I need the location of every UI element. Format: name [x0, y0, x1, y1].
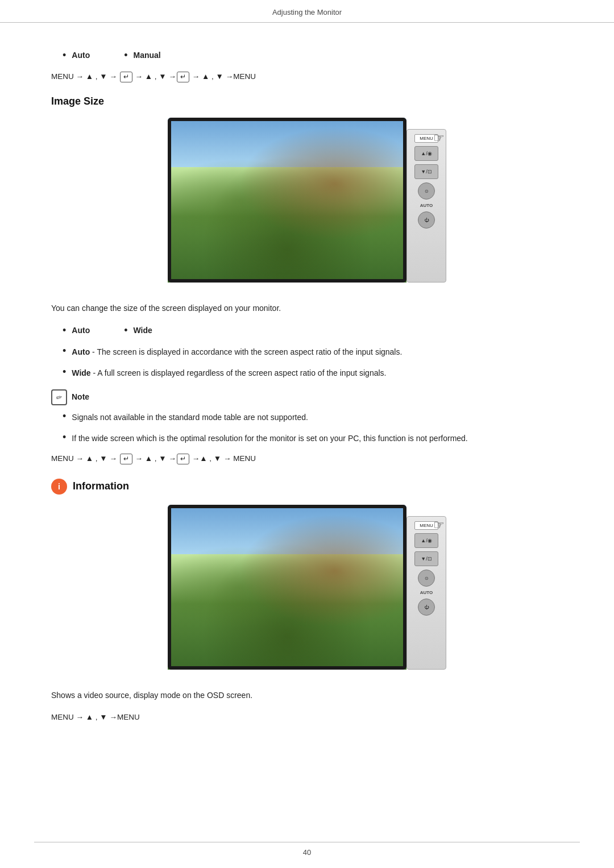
monitor-image-2-wrap: ☞ MENU ▲/◉ ▼/⊡ ⊙ AUTO ⏻: [51, 505, 563, 675]
monitor-image-1-wrap: ☞ MENU ▲/◉ ▼/⊡ ⊙ AUTO ⏻: [51, 118, 563, 288]
remote-circle-1: ⊙: [418, 182, 435, 200]
note-box: ✏ Note: [51, 391, 563, 405]
auto-wide-bullet-row: • Auto • Wide: [63, 325, 563, 335]
bullet-auto-1: • Auto: [63, 50, 90, 60]
information-heading-wrap: i Information: [51, 479, 563, 495]
nav2-box-2: ↵: [177, 454, 189, 465]
remote-btn-down-2: ▼/⊡: [414, 551, 438, 566]
remote-power-2: ⏻: [418, 599, 435, 616]
bullet-dot-1: •: [63, 50, 66, 60]
nav1-box-2: ↵: [177, 72, 189, 83]
note-item-2: • If the wide screen which is the optima…: [63, 432, 563, 445]
bullet-manual: • Manual: [124, 50, 161, 60]
bullet-wide-desc: Wide - A full screen is displayed regard…: [72, 367, 386, 379]
bullet-list-item-auto: • Auto - The screen is displayed in acco…: [63, 346, 563, 358]
menu-nav-3: MENU → ▲ , ▼ →MENU: [51, 711, 563, 724]
note-text-1: Signals not available in the standard mo…: [72, 411, 308, 423]
remote-panel-1: ☞ MENU ▲/◉ ▼/⊡ ⊙ AUTO ⏻: [406, 129, 446, 283]
image-size-desc: You can change the size of the screen di…: [51, 302, 563, 315]
bullet-dot-8: •: [63, 432, 66, 442]
remote-panel-2: ☞ MENU ▲/◉ ▼/⊡ ⊙ AUTO ⏻: [406, 516, 446, 670]
remote-power-1: ⏻: [418, 211, 435, 229]
page-header: Adjusting the Monitor: [0, 0, 614, 23]
bullet-dot-3: •: [63, 325, 66, 335]
nav1-text-1: MENU → ▲ , ▼ →: [51, 72, 119, 81]
menu-nav-1: MENU → ▲ , ▼ → ↵ → ▲ , ▼ →↵ → ▲ , ▼ →MEN…: [51, 70, 563, 83]
auto-text: - The screen is displayed in accordance …: [92, 347, 402, 356]
nav2-box-1: ↵: [120, 454, 132, 465]
pencil-icon: ✏: [55, 393, 64, 402]
monitor-image-2: ☞ MENU ▲/◉ ▼/⊡ ⊙ AUTO ⏻: [168, 505, 446, 675]
monitor-bezel-1: [168, 118, 406, 283]
bullet-label-wide: Wide: [134, 326, 152, 335]
bullet-label-auto-2: Auto: [72, 326, 90, 335]
bullet-dot-5: •: [63, 346, 66, 356]
page-number: 40: [303, 848, 311, 857]
monitor-image-1: ☞ MENU ▲/◉ ▼/⊡ ⊙ AUTO ⏻: [168, 118, 446, 288]
bullet-label-auto-1: Auto: [72, 51, 90, 60]
wide-bold: Wide: [72, 368, 90, 377]
info-icon-symbol: i: [58, 482, 60, 491]
note-label: Note: [72, 391, 89, 401]
content-area: • Auto • Manual MENU → ▲ , ▼ → ↵ → ▲ , ▼…: [0, 23, 614, 770]
note-item-1: • Signals not available in the standard …: [63, 411, 563, 423]
note-bullet-list: • Signals not available in the standard …: [63, 411, 563, 445]
hand-icon-1: ☞: [433, 131, 445, 146]
note-text-2: If the wide screen which is the optimal …: [72, 432, 467, 445]
information-heading: Information: [73, 480, 129, 492]
header-title: Adjusting the Monitor: [272, 8, 342, 16]
info-icon: i: [51, 479, 67, 495]
remote-btn-down-1: ▼/⊡: [414, 164, 438, 179]
hand-icon-2: ☞: [433, 518, 445, 533]
bullet-dot-4: •: [124, 325, 127, 335]
wide-text: - A full screen is displayed regardless …: [93, 368, 387, 377]
nav2-text-2: → ▲ , ▼ →: [133, 454, 176, 463]
remote-btn-up-1: ▲/◉: [414, 146, 438, 161]
bullet-auto-2: • Auto: [63, 325, 90, 335]
bullet-dot-7: •: [63, 411, 66, 421]
bullet-wide: • Wide: [124, 325, 152, 335]
bullet-label-manual: Manual: [134, 51, 161, 60]
top-bullet-row: • Auto • Manual: [63, 50, 563, 60]
information-desc: Shows a video source, display mode on th…: [51, 689, 563, 703]
remote-auto-label-1: AUTO: [420, 203, 433, 208]
menu-nav-2: MENU → ▲ , ▼ → ↵ → ▲ , ▼ →↵ →▲ , ▼ → MEN…: [51, 452, 563, 465]
image-size-heading: Image Size: [51, 95, 563, 107]
page-footer: 40: [34, 842, 580, 857]
nav3-text: MENU → ▲ , ▼ →MENU: [51, 713, 140, 721]
nav2-text-3: →▲ , ▼ → MENU: [190, 454, 256, 463]
bullet-auto-desc: Auto - The screen is displayed in accord…: [72, 346, 402, 358]
nav1-text-3: → ▲ , ▼ →MENU: [190, 72, 256, 81]
nav1-text-2: → ▲ , ▼ →: [133, 72, 176, 81]
remote-btn-up-2: ▲/◉: [414, 533, 438, 548]
bullet-dot-2: •: [124, 50, 127, 60]
bullet-dot-6: •: [63, 367, 66, 377]
nav1-box-1: ↵: [120, 72, 132, 83]
remote-auto-label-2: AUTO: [420, 590, 433, 595]
remote-circle-2: ⊙: [418, 570, 435, 587]
bullet-list-item-wide: • Wide - A full screen is displayed rega…: [63, 367, 563, 379]
auto-bold: Auto: [72, 347, 90, 356]
page-container: Adjusting the Monitor • Auto • Manual ME…: [0, 0, 614, 868]
monitor-bezel-2: [168, 505, 406, 670]
image-size-bullet-list: • Auto - The screen is displayed in acco…: [63, 346, 563, 379]
note-icon: ✏: [51, 389, 67, 405]
nav2-text-1: MENU → ▲ , ▼ →: [51, 454, 119, 463]
